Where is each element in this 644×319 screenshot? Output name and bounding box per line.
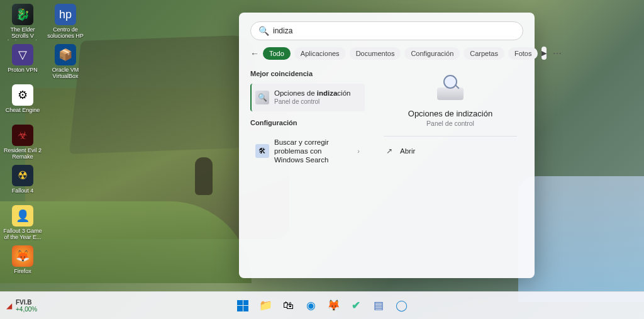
- preview-title: Opciones de indización: [408, 109, 492, 118]
- open-icon: ↗: [385, 147, 394, 155]
- taskbar-app-circle[interactable]: ◯: [392, 296, 411, 315]
- search-input[interactable]: [273, 26, 515, 35]
- taskbar-center: 📁 🛍 ◉ 🦊 ✔ ▤ ◯: [233, 296, 411, 315]
- tab-carpetas[interactable]: Carpetas: [464, 47, 504, 60]
- desktop-icon-firefox[interactable]: 🦊Firefox: [4, 245, 42, 286]
- overflow-menu-icon[interactable]: ⋯: [550, 48, 564, 59]
- indexing-hero-icon: [435, 75, 466, 103]
- troubleshoot-icon: 🛠: [255, 144, 269, 158]
- preview-pane: Opciones de indización Panel de control …: [372, 66, 535, 278]
- taskbar-explorer[interactable]: 📁: [256, 296, 275, 315]
- v-app-icon: ✔: [352, 299, 360, 312]
- circle-app-icon: ◯: [396, 299, 408, 312]
- start-button[interactable]: [233, 296, 252, 315]
- tab-documentos[interactable]: Documentos: [350, 47, 401, 60]
- taskbar-notepad[interactable]: ▤: [369, 296, 388, 315]
- edge-icon: ◉: [306, 299, 316, 312]
- taskbar-app-v[interactable]: ✔: [347, 296, 365, 315]
- search-icon: 🔍: [258, 26, 269, 36]
- section-best-match: Mejor coincidencia: [250, 70, 365, 77]
- desktop-icon-cheatengine[interactable]: ⚙Cheat Engine: [4, 84, 42, 125]
- result-indexing-options[interactable]: 🔍 Opciones de indización Panel de contro…: [250, 84, 365, 111]
- action-open[interactable]: ↗ Abrir: [384, 143, 517, 159]
- result-troubleshoot-search[interactable]: 🛠 Buscar y corregir problemas con Window…: [250, 133, 365, 169]
- section-configuracion: Configuración: [250, 119, 365, 126]
- filter-tabs: ← Todo Aplicaciones Documentos Configura…: [239, 47, 535, 66]
- notepad-icon: ▤: [374, 299, 384, 312]
- back-button[interactable]: ←: [250, 47, 259, 60]
- taskbar-widget-stocks[interactable]: ◢ FVI.B +4,00%: [0, 299, 37, 313]
- desktop-icons: 🐉The Elder Scrolls V Skyrim Speci... hpC…: [4, 4, 92, 286]
- results-list: Mejor coincidencia 🔍 Opciones de indizac…: [239, 66, 372, 278]
- tab-more-arrow[interactable]: ▶: [541, 47, 547, 60]
- tab-configuracion[interactable]: Configuración: [404, 47, 460, 60]
- desktop-icon-fallout4[interactable]: ☢Fallout 4: [4, 165, 42, 205]
- firefox-icon: 🦊: [327, 299, 340, 312]
- desktop-icon-protonvpn[interactable]: ▽Proton VPN: [4, 44, 42, 84]
- desktop-icon-re2[interactable]: ☣Resident Evil 2 Remake: [4, 125, 42, 165]
- desktop-icon-skyrim[interactable]: 🐉The Elder Scrolls V Skyrim Speci...: [4, 4, 42, 44]
- taskbar-store[interactable]: 🛍: [279, 296, 297, 315]
- preview-subtitle: Panel de control: [426, 120, 474, 127]
- action-open-label: Abrir: [400, 147, 415, 155]
- store-icon: 🛍: [283, 299, 294, 312]
- stock-symbol: FVI.B: [16, 299, 37, 306]
- desktop-icon-hp[interactable]: hpCentro de soluciones HP: [47, 4, 84, 44]
- divider: [384, 136, 517, 137]
- result-title: Opciones de indización: [274, 89, 360, 98]
- result-subtitle: Panel de control: [274, 98, 360, 106]
- taskbar: ◢ FVI.B +4,00% 📁 🛍 ◉ 🦊 ✔ ▤ ◯: [0, 291, 644, 319]
- stock-trend-icon: ◢: [6, 301, 12, 310]
- stock-change: +4,00%: [16, 306, 37, 313]
- tab-todo[interactable]: Todo: [263, 47, 291, 60]
- tab-fotos[interactable]: Fotos: [508, 47, 538, 60]
- result-title: Buscar y corregir problemas con Windows …: [274, 138, 352, 164]
- desktop-icon-virtualbox[interactable]: 📦Oracle VM VirtualBox: [47, 44, 84, 84]
- start-search-panel: 🔍 ← Todo Aplicaciones Documentos Configu…: [239, 13, 535, 278]
- indexing-icon: 🔍: [255, 91, 269, 104]
- taskbar-edge[interactable]: ◉: [301, 296, 320, 315]
- search-box[interactable]: 🔍: [250, 21, 523, 40]
- tab-aplicaciones[interactable]: Aplicaciones: [294, 47, 346, 60]
- folder-icon: 📁: [259, 299, 272, 312]
- taskbar-firefox[interactable]: 🦊: [324, 296, 343, 315]
- chevron-right-icon: ›: [357, 147, 360, 155]
- desktop-icon-fallout3[interactable]: 👤Fallout 3 Game of the Year E...: [4, 205, 42, 245]
